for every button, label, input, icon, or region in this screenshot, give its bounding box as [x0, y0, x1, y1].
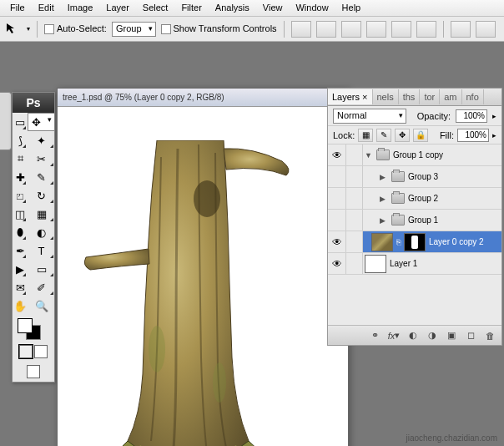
- lock-position-button[interactable]: ✥: [395, 129, 410, 142]
- tab-layers[interactable]: Layers ×: [328, 89, 373, 104]
- twisty-icon[interactable]: ▶: [380, 216, 388, 225]
- visibility-toggle[interactable]: [328, 166, 346, 187]
- tab-info[interactable]: nfo: [462, 89, 484, 104]
- tab-paths[interactable]: ths: [399, 89, 421, 104]
- new-layer-button[interactable]: ◻: [462, 328, 479, 343]
- menu-select[interactable]: Select: [136, 0, 175, 16]
- fill-input[interactable]: 100%: [457, 129, 489, 142]
- visibility-toggle[interactable]: 👁: [328, 253, 346, 274]
- marquee-tool[interactable]: ▭: [13, 113, 28, 131]
- tab-histogram[interactable]: am: [440, 89, 461, 104]
- canvas[interactable]: [61, 107, 345, 446]
- slice-tool[interactable]: ✂: [28, 150, 55, 168]
- screen-mode-button[interactable]: [27, 365, 40, 378]
- menu-analysis[interactable]: Analysis: [209, 0, 256, 16]
- layer-name[interactable]: Layer 1: [390, 259, 417, 268]
- eyedropper-tool[interactable]: ✐: [28, 278, 55, 296]
- layer-thumbnail[interactable]: [371, 233, 393, 251]
- align-vcenter-button[interactable]: [316, 21, 336, 38]
- layer-row[interactable]: ▶ Group 2: [328, 188, 501, 210]
- foreground-color[interactable]: [18, 318, 33, 333]
- align-right-button[interactable]: [416, 21, 436, 38]
- crop-tool[interactable]: ⌗: [13, 150, 28, 168]
- opacity-slider-icon[interactable]: ▸: [492, 112, 496, 120]
- visibility-toggle[interactable]: 👁: [328, 231, 346, 252]
- distribute-button[interactable]: [476, 21, 496, 38]
- layer-mask-button[interactable]: ◐: [405, 328, 421, 343]
- wand-tool[interactable]: ✦: [28, 131, 55, 150]
- lasso-tool[interactable]: ⟆: [13, 131, 28, 150]
- layer-thumbnail[interactable]: [365, 255, 386, 273]
- hand-tool[interactable]: ✋: [13, 296, 28, 315]
- menu-help[interactable]: Help: [335, 0, 368, 16]
- history-brush-tool[interactable]: ↻: [28, 186, 55, 205]
- heal-tool[interactable]: ✚: [13, 168, 28, 186]
- dodge-tool[interactable]: ◐: [28, 223, 55, 241]
- menu-image[interactable]: Image: [61, 0, 100, 16]
- visibility-toggle[interactable]: 👁: [328, 144, 346, 165]
- collapsed-panel-tab[interactable]: [0, 92, 12, 150]
- pen-tool[interactable]: ✒: [13, 241, 28, 260]
- layer-name[interactable]: Group 1: [408, 215, 438, 225]
- layer-name[interactable]: Group 3: [408, 172, 438, 181]
- layer-row[interactable]: 👁 ⎘ Layer 0 copy 2: [328, 231, 501, 253]
- twisty-icon[interactable]: ▼: [365, 151, 373, 160]
- lock-transparency-button[interactable]: ▦: [358, 129, 373, 142]
- menu-file[interactable]: File: [3, 0, 32, 16]
- move-tool-icon[interactable]: [5, 22, 20, 37]
- visibility-toggle[interactable]: [328, 210, 346, 231]
- layer-name[interactable]: Group 2: [408, 194, 438, 203]
- twisty-icon[interactable]: ▶: [380, 195, 388, 203]
- tab-channels[interactable]: nels: [373, 89, 399, 104]
- layer-name[interactable]: Group 1 copy: [393, 150, 443, 160]
- quickmask-mode-button[interactable]: [34, 345, 48, 358]
- opacity-input[interactable]: 100%: [456, 109, 487, 123]
- lock-all-button[interactable]: 🔒: [413, 129, 428, 142]
- menu-filter[interactable]: Filter: [174, 0, 208, 16]
- menu-view[interactable]: View: [256, 0, 290, 16]
- menu-edit[interactable]: Edit: [32, 0, 61, 16]
- layer-row[interactable]: 👁 Layer 1: [328, 253, 501, 275]
- align-left-button[interactable]: [366, 21, 386, 38]
- type-tool[interactable]: T: [28, 241, 55, 260]
- layer-name[interactable]: Layer 0 copy 2: [429, 237, 484, 246]
- stamp-tool[interactable]: ⏍: [13, 186, 28, 205]
- new-group-button[interactable]: ▣: [443, 328, 460, 343]
- lock-pixels-button[interactable]: ✎: [376, 129, 391, 142]
- show-transform-checkbox[interactable]: Show Transform Controls: [161, 23, 277, 34]
- mask-thumbnail[interactable]: [404, 233, 426, 251]
- brush-tool[interactable]: ✎: [28, 168, 55, 186]
- align-hcenter-button[interactable]: [391, 21, 411, 38]
- auto-select-checkbox[interactable]: Auto-Select:: [44, 23, 107, 34]
- color-swatches[interactable]: [13, 315, 54, 342]
- layer-row[interactable]: 👁 ▼ Group 1 copy: [328, 144, 501, 166]
- eraser-tool[interactable]: ◫: [13, 205, 28, 223]
- auto-select-type-select[interactable]: Group: [112, 22, 156, 37]
- adjustment-layer-button[interactable]: ◑: [424, 328, 441, 343]
- delete-layer-button[interactable]: 🗑: [481, 328, 498, 343]
- layer-style-button[interactable]: fx▾: [386, 328, 402, 343]
- standard-mode-button[interactable]: [19, 345, 33, 358]
- gradient-tool[interactable]: ▦: [28, 205, 55, 223]
- path-select-tool[interactable]: ▶: [13, 260, 28, 278]
- align-top-button[interactable]: [291, 21, 311, 38]
- link-layers-button[interactable]: ⚭: [366, 328, 383, 343]
- mask-link-icon[interactable]: ⎘: [396, 238, 401, 246]
- fill-slider-icon[interactable]: ▸: [492, 131, 496, 139]
- visibility-toggle[interactable]: [328, 188, 346, 209]
- align-bottom-button[interactable]: [341, 21, 361, 38]
- shape-tool[interactable]: ▭: [28, 260, 55, 278]
- menu-layer[interactable]: Layer: [99, 0, 136, 16]
- tab-history[interactable]: tor: [420, 89, 440, 104]
- twisty-icon[interactable]: ▶: [380, 173, 388, 181]
- layer-row[interactable]: ▶ Group 3: [328, 166, 501, 188]
- tool-preset-dropdown-icon[interactable]: ▾: [27, 25, 30, 33]
- zoom-tool[interactable]: 🔍: [28, 296, 55, 315]
- layer-row[interactable]: ▶ Group 1: [328, 210, 501, 231]
- blur-tool[interactable]: ⬮: [13, 223, 28, 241]
- notes-tool[interactable]: ✉: [13, 278, 28, 296]
- move-tool[interactable]: ✥: [28, 113, 55, 131]
- blend-mode-select[interactable]: Normal: [333, 109, 406, 124]
- distribute-button[interactable]: [451, 21, 471, 38]
- menu-window[interactable]: Window: [289, 0, 335, 16]
